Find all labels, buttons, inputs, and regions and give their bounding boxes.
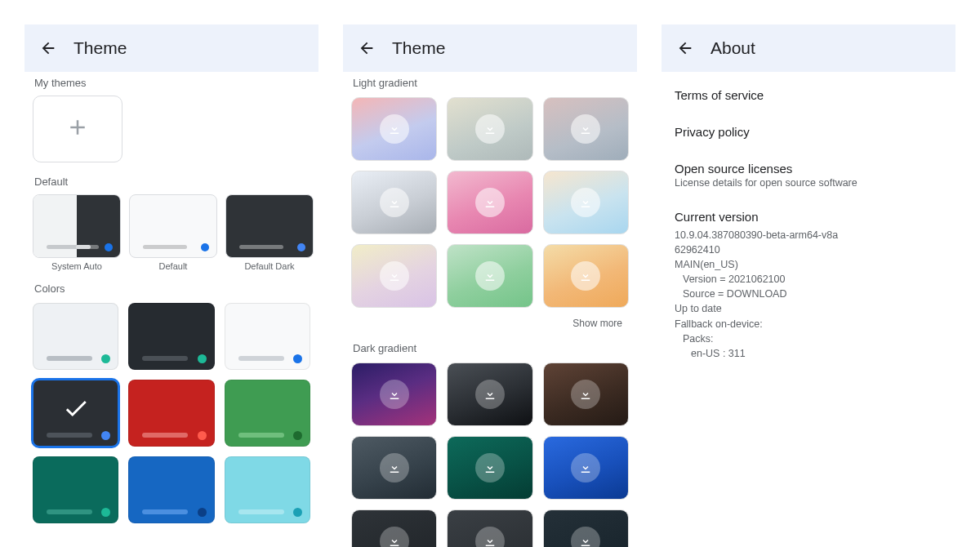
item-label: Open source licenses [675,162,792,176]
light-gradient-tile[interactable] [447,171,532,234]
accent-dot-icon [105,243,113,251]
download-icon [380,453,409,483]
light-gradient-tile[interactable] [351,97,437,161]
back-icon[interactable] [39,39,57,57]
light-gradient-label: Light gradient [346,72,634,94]
version-heading: Current version [675,208,942,226]
item-label: Privacy policy [675,125,750,139]
download-icon [571,188,600,217]
color-theme-tile[interactable] [128,303,214,370]
color-theme-tile[interactable] [225,380,310,447]
appbar: Theme [343,24,637,72]
download-icon [380,114,409,144]
download-icon [475,114,505,144]
about-panel: About Terms of service Privacy policy Op… [662,24,956,547]
light-gradient-tile[interactable] [447,97,532,161]
download-icon [475,261,505,291]
color-theme-tile[interactable] [225,456,310,523]
dark-gradient-tile[interactable] [447,362,532,426]
dark-gradient-tile[interactable] [351,436,437,500]
light-gradient-tile[interactable] [351,171,437,234]
download-icon [571,453,600,483]
checkmark-icon [62,394,90,425]
version-line: en-US : 311 [675,346,942,361]
accent-dot-icon [198,354,207,363]
dark-gradient-tile[interactable] [543,509,629,547]
dark-gradient-tile[interactable] [543,362,629,426]
accent-dot-icon [297,243,305,251]
light-gradient-tile[interactable] [543,244,629,308]
plus-icon [65,115,90,143]
download-icon [571,527,600,547]
download-icon [475,380,505,409]
download-icon [571,261,600,291]
version-line: Source = DOWNLOAD [675,287,942,301]
tile-caption: Default Dark [225,261,314,271]
accent-dot-icon [198,431,207,440]
dark-gradient-tile[interactable] [351,362,437,426]
accent-dot-icon [101,431,110,440]
tile-caption: Default [129,261,217,271]
privacy-policy-item[interactable]: Privacy policy [662,113,956,150]
light-gradient-tile[interactable] [351,244,437,308]
default-theme-tile[interactable] [129,194,217,258]
appbar-title: Theme [74,38,127,58]
download-icon [571,380,600,409]
download-icon [380,380,409,409]
accent-dot-icon [293,431,302,440]
add-theme-tile[interactable] [33,96,122,162]
light-gradient-tile[interactable] [543,171,629,234]
appbar: About [662,24,956,72]
dark-gradient-tile[interactable] [447,509,532,547]
accent-dot-icon [293,354,302,363]
show-more-link[interactable]: Show more [346,311,634,332]
version-line: Up to date [675,301,942,316]
download-icon [475,188,505,217]
default-label: Default [28,166,315,193]
light-gradient-tile[interactable] [447,244,532,308]
dark-gradient-tile[interactable] [543,436,629,500]
version-line: MAIN(en_US) [675,257,942,272]
version-line: 62962410 [675,242,942,257]
theme-colors-panel: Theme My themes Default System AutoDefau… [24,24,318,547]
version-line: Version = 2021062100 [675,272,942,287]
default-theme-tile[interactable] [33,194,121,258]
download-icon [380,527,409,547]
color-theme-tile[interactable] [33,456,118,523]
download-icon [380,188,409,217]
download-icon [475,527,505,547]
color-theme-tile[interactable] [225,303,310,370]
back-icon[interactable] [358,39,376,57]
color-theme-tile[interactable] [33,380,118,447]
theme-gradients-panel: Theme Light gradient Show more Dark grad… [343,24,637,547]
dark-gradient-tile[interactable] [351,509,437,547]
default-theme-tile[interactable] [225,194,314,258]
terms-of-service-item[interactable]: Terms of service [662,77,956,113]
my-themes-label: My themes [28,72,315,94]
appbar-title: Theme [392,38,445,58]
colors-label: Colors [28,273,315,300]
version-block: Current version 10.9.04.387080390-beta-a… [662,200,956,369]
color-theme-tile[interactable] [33,303,118,370]
version-line: Fallback on-device: [675,317,942,331]
item-sublabel: License details for open source software [675,177,942,189]
accent-dot-icon [201,243,209,251]
back-icon[interactable] [676,39,694,57]
version-line: Packs: [675,331,942,346]
version-line: 10.9.04.387080390-beta-arm64-v8a [675,228,942,242]
item-label: Terms of service [675,88,764,102]
appbar-title: About [710,38,755,58]
color-theme-tile[interactable] [128,380,214,447]
accent-dot-icon [293,508,302,517]
open-source-licenses-item[interactable]: Open source licenses License details for… [662,150,956,200]
tile-caption: System Auto [33,261,121,271]
appbar: Theme [24,24,318,72]
light-gradient-tile[interactable] [543,97,629,161]
dark-gradient-label: Dark gradient [346,332,634,359]
download-icon [380,261,409,291]
download-icon [571,114,600,144]
accent-dot-icon [101,354,110,363]
accent-dot-icon [198,508,207,517]
dark-gradient-tile[interactable] [447,436,532,500]
color-theme-tile[interactable] [128,456,214,523]
